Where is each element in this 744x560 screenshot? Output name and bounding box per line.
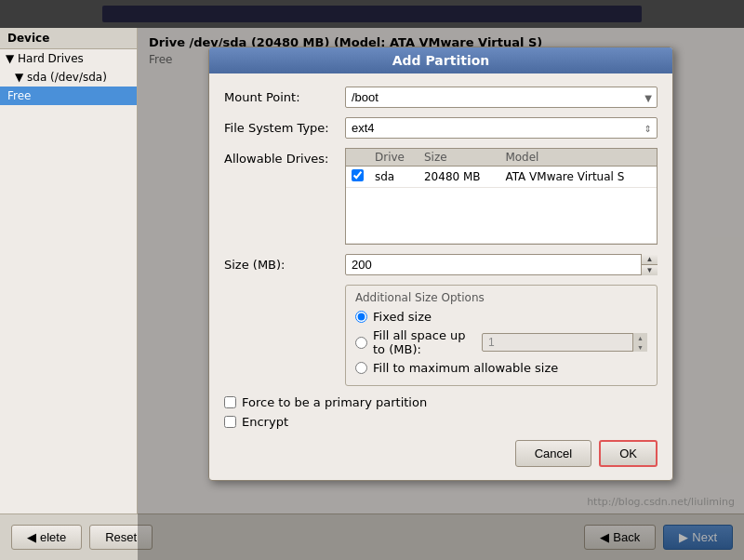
drive-checkbox[interactable] bbox=[352, 169, 364, 181]
fixed-size-label: Fixed size bbox=[373, 310, 432, 324]
sidebar-item-hard-drives[interactable]: ▼ Hard Drives bbox=[0, 49, 137, 68]
table-row: sda 20480 MB ATA VMware Virtual S bbox=[346, 167, 657, 188]
fixed-size-row: Fixed size bbox=[355, 310, 647, 324]
drives-table-wrapper: Drive Size Model bbox=[345, 148, 658, 245]
delete-button[interactable]: ◀ elete bbox=[11, 525, 82, 550]
drive-size-cell: 20480 MB bbox=[418, 167, 499, 188]
sidebar-item-sda[interactable]: ▼ sda (/dev/sda) bbox=[0, 68, 137, 87]
sidebar: Device ▼ Hard Drives ▼ sda (/dev/sda) Fr… bbox=[0, 28, 138, 560]
drive-model-cell: ATA VMware Virtual S bbox=[499, 167, 657, 188]
size-row: Size (MB): ▲ ▼ bbox=[224, 254, 658, 275]
additional-size-options: Additional Size Options Fixed size Fill … bbox=[345, 285, 658, 386]
mount-point-label: Mount Point: bbox=[224, 90, 345, 104]
mount-point-select[interactable]: /boot / /home bbox=[345, 87, 658, 108]
fill-max-radio[interactable] bbox=[355, 362, 367, 374]
drives-table-header: Drive Size Model bbox=[346, 149, 657, 167]
col-model: Model bbox=[499, 149, 657, 167]
mount-point-row: Mount Point: /boot / /home ▼ bbox=[224, 87, 658, 108]
col-drive: Drive bbox=[369, 149, 418, 167]
force-primary-checkbox[interactable] bbox=[224, 396, 236, 408]
fs-type-label: File System Type: bbox=[224, 121, 345, 135]
force-primary-label: Force to be a primary partition bbox=[242, 395, 427, 409]
fill-input-wrapper: ▲ ▼ bbox=[482, 333, 647, 352]
sidebar-item-free[interactable]: Free bbox=[0, 87, 137, 105]
fs-type-row: File System Type: ext4 ext3 swap ⇕ bbox=[224, 117, 658, 139]
fs-type-select-wrapper: ext4 ext3 swap ⇕ bbox=[345, 117, 658, 139]
encrypt-checkbox[interactable] bbox=[224, 416, 236, 428]
drive-name-cell: sda bbox=[369, 167, 418, 188]
fill-max-row: Fill to maximum allowable size bbox=[355, 361, 647, 375]
sidebar-header: Device bbox=[0, 28, 137, 49]
dialog-body: Mount Point: /boot / /home ▼ File Sy bbox=[209, 73, 672, 480]
fill-max-label: Fill to maximum allowable size bbox=[373, 361, 558, 375]
content-area: Drive /dev/sda (20480 MB) (Model: ATA VM… bbox=[138, 28, 744, 560]
main-area: Device ▼ Hard Drives ▼ sda (/dev/sda) Fr… bbox=[0, 28, 744, 560]
dialog-overlay: Add Partition Mount Point: /boot / /home… bbox=[138, 28, 744, 560]
cancel-button[interactable]: Cancel bbox=[515, 440, 591, 467]
fill-spin-down[interactable]: ▼ bbox=[633, 342, 647, 352]
drive-checkbox-cell bbox=[346, 167, 369, 188]
encrypt-label: Encrypt bbox=[242, 415, 288, 429]
size-label: Size (MB): bbox=[224, 258, 345, 272]
fill-spinners: ▲ ▼ bbox=[632, 333, 647, 352]
fill-spin-up[interactable]: ▲ bbox=[633, 333, 647, 342]
drives-row: Allowable Drives: Drive Size Model bbox=[224, 148, 658, 245]
dialog-buttons: Cancel OK bbox=[224, 434, 658, 467]
fill-upto-radio[interactable] bbox=[355, 337, 367, 349]
add-partition-dialog: Add Partition Mount Point: /boot / /home… bbox=[208, 47, 673, 481]
fill-upto-row: Fill all space up to (MB): ▲ ▼ bbox=[355, 328, 647, 356]
delete-icon: ◀ bbox=[27, 530, 36, 544]
fs-type-select[interactable]: ext4 ext3 swap bbox=[345, 117, 658, 139]
force-primary-row: Force to be a primary partition bbox=[224, 395, 658, 409]
top-bar bbox=[0, 0, 744, 28]
size-input[interactable] bbox=[345, 254, 658, 275]
fill-upto-label: Fill all space up to (MB): bbox=[373, 328, 471, 356]
dialog-title: Add Partition bbox=[209, 47, 672, 73]
fill-input[interactable] bbox=[482, 333, 647, 352]
size-input-wrapper: ▲ ▼ bbox=[345, 254, 658, 275]
col-select bbox=[346, 149, 369, 167]
empty-row bbox=[346, 188, 657, 244]
drives-table: Drive Size Model bbox=[346, 149, 657, 244]
size-spin-down[interactable]: ▼ bbox=[642, 265, 658, 275]
encrypt-row: Encrypt bbox=[224, 415, 658, 429]
mount-point-select-wrapper: /boot / /home ▼ bbox=[345, 87, 658, 108]
ok-button[interactable]: OK bbox=[599, 440, 658, 467]
options-title: Additional Size Options bbox=[355, 291, 647, 304]
col-size: Size bbox=[418, 149, 499, 167]
size-spin-up[interactable]: ▲ bbox=[642, 254, 658, 265]
fixed-size-radio[interactable] bbox=[355, 311, 367, 323]
top-bar-decoration bbox=[102, 6, 642, 22]
drives-label: Allowable Drives: bbox=[224, 148, 345, 166]
size-spinners: ▲ ▼ bbox=[641, 254, 658, 275]
